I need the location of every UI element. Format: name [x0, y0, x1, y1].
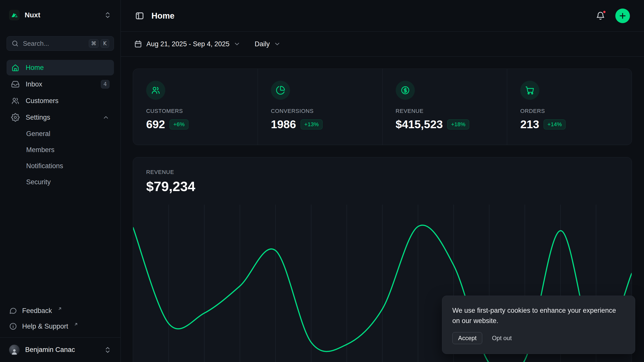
stat-label: CONVERSIONS	[271, 108, 314, 114]
sidebar-item-label: Settings	[26, 114, 50, 121]
stat-revenue: REVENUE $415,523 +18%	[382, 69, 507, 145]
sidebar-item-notifications[interactable]: Notifications	[7, 158, 114, 173]
sidebar-item-label: Inbox	[26, 80, 42, 88]
currency-dollar-icon	[396, 81, 415, 100]
accept-cookies-button[interactable]: Accept	[452, 332, 482, 344]
sub-item-label: General	[26, 130, 50, 138]
kbd-meta: ⌘	[89, 39, 99, 48]
chart-pie-icon	[271, 81, 290, 100]
cookie-message: We use first-party cookies to enhance yo…	[452, 305, 625, 326]
stat-value: 692	[146, 118, 165, 131]
sidebar-footer: Feedback Help & Support	[7, 304, 114, 337]
stats-card: CUSTOMERS 692 +6% CONVERSIONS 1986 +13%	[133, 69, 632, 145]
date-range-picker[interactable]: Aug 21, 2025 - Sep 4, 2025	[134, 40, 240, 48]
sub-item-label: Notifications	[26, 162, 63, 170]
add-button[interactable]	[615, 9, 630, 23]
chevron-down-icon	[274, 40, 281, 48]
help-support-link[interactable]: Help & Support	[7, 319, 114, 333]
stat-change-badge: +13%	[301, 119, 323, 129]
stat-customers: CUSTOMERS 692 +6%	[133, 69, 258, 145]
sidebar-nav: Home Inbox 4 Customers Settings	[7, 60, 114, 190]
calendar-icon	[134, 40, 142, 48]
feedback-label: Feedback	[22, 307, 52, 315]
inbox-icon	[11, 80, 20, 88]
chevron-down-icon	[233, 40, 240, 48]
cookie-actions: Accept Opt out	[452, 332, 625, 344]
chevron-up-icon	[102, 114, 109, 121]
help-support-label: Help & Support	[22, 323, 68, 330]
stat-conversions: CONVERSIONS 1986 +13%	[258, 69, 382, 145]
stat-orders: ORDERS 213 +14%	[507, 69, 632, 145]
sidebar-toggle-icon[interactable]	[135, 11, 144, 21]
notification-dot	[602, 10, 606, 14]
feedback-link[interactable]: Feedback	[7, 304, 114, 318]
page-title: Home	[151, 11, 175, 21]
sidebar: Nuxt ⌘ K Home	[0, 0, 121, 362]
search-kbd-hints: ⌘ K	[89, 39, 109, 48]
shopping-cart-icon	[520, 81, 539, 100]
search-icon	[11, 40, 19, 47]
stat-change-badge: +18%	[447, 119, 469, 129]
chevron-up-down-icon	[104, 346, 111, 354]
users-icon	[146, 81, 165, 100]
kbd-k: K	[101, 39, 109, 48]
user-name: Benjamin Canac	[25, 346, 75, 354]
external-link-icon	[58, 306, 62, 311]
sidebar-item-home[interactable]: Home	[7, 60, 114, 75]
stat-change-badge: +6%	[170, 119, 188, 129]
stat-label: ORDERS	[520, 108, 545, 114]
stat-value: 213	[520, 118, 539, 131]
date-range-label: Aug 21, 2025 - Sep 4, 2025	[146, 40, 229, 48]
page-header: Home	[121, 0, 644, 32]
header-actions	[594, 9, 630, 23]
sidebar-item-label: Customers	[26, 97, 59, 105]
user-menu[interactable]: Benjamin Canac	[0, 337, 120, 362]
cookie-consent-banner: We use first-party cookies to enhance yo…	[442, 296, 635, 354]
period-label: Daily	[255, 40, 270, 48]
sidebar-item-settings[interactable]: Settings	[7, 110, 114, 125]
sidebar-item-members[interactable]: Members	[7, 142, 114, 157]
users-icon	[11, 97, 20, 105]
revenue-card-header: REVENUE $79,234	[133, 157, 632, 194]
revenue-value: $79,234	[146, 178, 619, 194]
stat-label: REVENUE	[396, 108, 424, 114]
info-circle-icon	[9, 322, 17, 330]
filters-toolbar: Aug 21, 2025 - Sep 4, 2025 Daily	[121, 32, 644, 57]
sidebar-item-security[interactable]: Security	[7, 174, 114, 190]
stat-change-badge: +14%	[544, 119, 566, 129]
search-field[interactable]	[23, 40, 85, 48]
home-icon	[11, 63, 20, 72]
external-link-icon	[74, 322, 78, 327]
period-select[interactable]: Daily	[255, 40, 281, 48]
team-selector[interactable]: Nuxt	[7, 8, 114, 23]
nuxt-logo-icon	[9, 10, 20, 20]
revenue-label: REVENUE	[146, 169, 619, 175]
chevron-up-down-icon	[104, 11, 111, 19]
stat-value: 1986	[271, 118, 296, 131]
optout-cookies-button[interactable]: Opt out	[491, 332, 513, 344]
stat-label: CUSTOMERS	[146, 108, 183, 114]
gear-icon	[11, 113, 20, 122]
stat-value: $415,523	[396, 118, 443, 131]
sidebar-item-inbox[interactable]: Inbox 4	[7, 76, 114, 92]
sidebar-item-label: Home	[26, 64, 44, 72]
sub-item-label: Security	[26, 178, 51, 186]
team-name: Nuxt	[25, 11, 40, 19]
sidebar-item-general[interactable]: General	[7, 126, 114, 141]
avatar	[9, 345, 20, 355]
sidebar-item-customers[interactable]: Customers	[7, 93, 114, 109]
notifications-bell-button[interactable]	[594, 10, 607, 22]
search-input[interactable]: ⌘ K	[7, 36, 114, 51]
chat-bubble-icon	[9, 307, 17, 315]
inbox-count-badge: 4	[101, 80, 109, 88]
sub-item-label: Members	[26, 146, 55, 154]
